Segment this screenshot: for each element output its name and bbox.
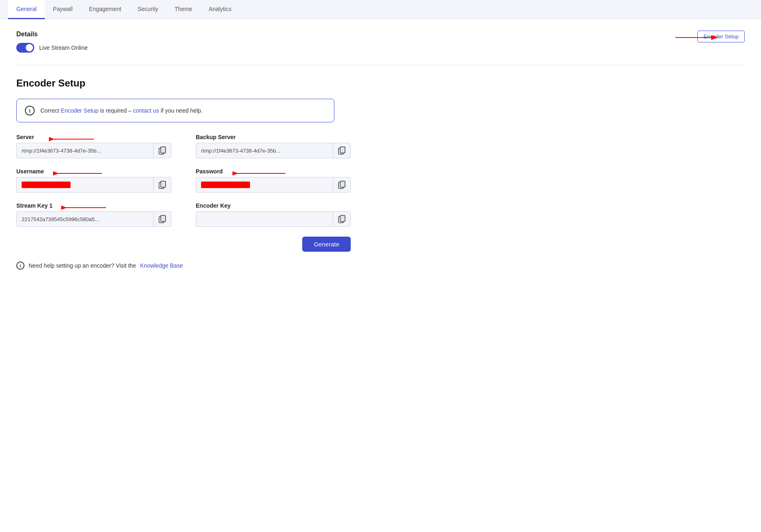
tab-general[interactable]: General (8, 0, 45, 19)
fields-grid: Server (16, 134, 745, 227)
svg-rect-14 (161, 215, 166, 222)
password-redacted (201, 182, 250, 188)
backup-server-input-wrapper (196, 143, 351, 158)
live-stream-row: Live Stream Online (16, 43, 745, 53)
username-redacted (22, 182, 71, 188)
section-divider (16, 65, 745, 65)
tab-bar: General Paywall Engagement Security Them… (0, 0, 761, 19)
backup-server-label: Backup Server (196, 134, 351, 140)
encoder-key-input[interactable] (196, 212, 333, 226)
field-group-backup-server: Backup Server (196, 134, 351, 158)
bottom-info: i Need help setting up an encoder? Visit… (16, 262, 745, 270)
live-stream-label: Live Stream Online (39, 44, 88, 51)
server-input[interactable] (17, 144, 153, 158)
bottom-info-icon: i (16, 262, 24, 270)
generate-button[interactable]: Generate (302, 237, 351, 252)
details-title: Details (16, 31, 745, 38)
details-section: Details Live Stream Online Encoder Setup (16, 31, 745, 53)
encoder-key-label: Encoder Key (196, 202, 351, 209)
info-box-text: Correct Encoder Setup is required – cont… (40, 106, 203, 115)
server-input-wrapper (16, 143, 171, 158)
info-text-mid: is required – (98, 107, 133, 114)
generate-row: Generate (16, 237, 351, 252)
copy-icon (159, 146, 166, 155)
tab-engagement[interactable]: Engagement (81, 0, 129, 19)
info-text-prefix: Correct (40, 107, 61, 114)
main-content: Details Live Stream Online Encoder Setup… (0, 19, 761, 281)
username-copy-button[interactable] (153, 177, 171, 192)
svg-rect-11 (340, 181, 345, 187)
copy-icon-2 (338, 146, 345, 155)
stream-key-1-copy-button[interactable] (153, 212, 171, 226)
tab-analytics[interactable]: Analytics (201, 0, 240, 19)
encoder-info-box: i Correct Encoder Setup is required – co… (16, 99, 334, 122)
encoder-key-input-wrapper (196, 211, 351, 227)
svg-rect-16 (340, 215, 345, 222)
arrow-streamkey (61, 203, 110, 212)
field-group-username: Username (16, 168, 171, 193)
copy-icon-5 (159, 215, 166, 223)
server-copy-button[interactable] (153, 143, 171, 158)
password-input-wrapper (196, 177, 351, 193)
backup-server-copy-button[interactable] (333, 143, 350, 158)
username-input-wrapper (16, 177, 171, 193)
arrow-server (49, 135, 98, 144)
encoder-section-title: Encoder Setup (16, 78, 745, 89)
contact-us-link[interactable]: contact us (133, 107, 159, 114)
arrow-password (232, 169, 290, 178)
encoder-setup-link[interactable]: Encoder Setup (61, 107, 99, 114)
field-group-server: Server (16, 134, 171, 158)
svg-rect-3 (161, 147, 166, 153)
stream-key-1-input[interactable] (17, 212, 153, 226)
copy-icon-4 (338, 181, 345, 189)
encoder-key-copy-button[interactable] (333, 212, 350, 226)
field-group-encoder-key: Encoder Key (196, 202, 351, 227)
encoder-setup-section: Encoder Setup i Correct Encoder Setup is… (16, 78, 745, 270)
bottom-info-text-prefix: Need help setting up an encoder? Visit t… (29, 262, 136, 269)
svg-rect-8 (161, 181, 166, 187)
stream-key-1-input-wrapper (16, 211, 171, 227)
password-copy-button[interactable] (333, 177, 350, 192)
tab-theme[interactable]: Theme (166, 0, 201, 19)
encoder-setup-top-button[interactable]: Encoder Setup (697, 31, 745, 42)
copy-icon-6 (338, 215, 345, 223)
arrow-username (53, 169, 106, 178)
svg-rect-5 (340, 147, 345, 153)
info-icon: i (25, 106, 35, 115)
copy-icon-3 (159, 181, 166, 189)
field-group-stream-key-1: Stream Key 1 (16, 202, 171, 227)
info-text-suffix: if you need help. (159, 107, 203, 114)
field-group-password: Password (196, 168, 351, 193)
knowledge-base-link[interactable]: Knowledge Base (140, 262, 183, 269)
live-stream-toggle[interactable] (16, 43, 34, 53)
tab-security[interactable]: Security (129, 0, 166, 19)
tab-paywall[interactable]: Paywall (45, 0, 81, 19)
backup-server-input[interactable] (196, 144, 333, 158)
